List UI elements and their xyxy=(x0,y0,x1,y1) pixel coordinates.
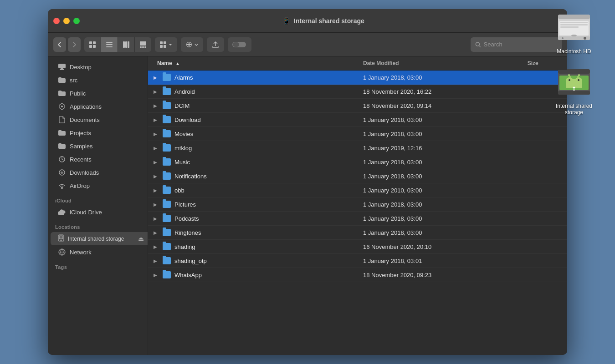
column-date-modified[interactable]: Date Modified xyxy=(358,56,522,71)
svg-rect-60 xyxy=(59,236,63,239)
sidebar-item-desktop-label: Desktop xyxy=(70,64,92,71)
svg-rect-38 xyxy=(160,41,163,44)
sidebar-item-network[interactable]: Network xyxy=(51,246,145,258)
file-table-body: ▶Alarms1 January 2018, 03:00▶Android18 N… xyxy=(148,71,567,282)
file-date-modified: 1 January 2018, 03:00 xyxy=(358,113,522,127)
desktop-icon xyxy=(58,63,66,71)
row-expand-arrow[interactable]: ▶ xyxy=(154,75,159,80)
row-expand-arrow[interactable]: ▶ xyxy=(154,131,159,136)
table-row[interactable]: ▶Podcasts1 January 2018, 03:00 xyxy=(148,212,567,226)
table-row[interactable]: ▶Notifications1 January 2018, 03:00 xyxy=(148,169,567,183)
table-row[interactable]: ▶Movies1 January 2018, 03:00 xyxy=(148,127,567,141)
file-size xyxy=(522,212,567,226)
svg-point-20 xyxy=(568,74,570,76)
row-expand-arrow[interactable]: ▶ xyxy=(154,117,159,122)
row-expand-arrow[interactable]: ▶ xyxy=(154,188,159,193)
row-expand-arrow[interactable]: ▶ xyxy=(154,146,159,151)
table-row[interactable]: ▶DCIM18 November 2020, 09:14 xyxy=(148,99,567,113)
sidebar-item-public[interactable]: Public xyxy=(51,87,145,100)
list-view-button[interactable] xyxy=(101,37,118,52)
svg-rect-40 xyxy=(160,45,163,48)
table-row[interactable]: ▶Ringtones1 January 2018, 03:00 xyxy=(148,226,567,240)
svg-rect-31 xyxy=(123,41,125,48)
file-date-modified: 1 January 2018, 03:01 xyxy=(358,254,522,268)
internal-shared-icon[interactable]: Internal sharedstorage xyxy=(547,64,601,116)
maximize-button[interactable] xyxy=(73,18,80,24)
sidebar-item-icloud-drive[interactable]: iCloud Drive xyxy=(51,206,145,218)
eject-button[interactable]: ⏏ xyxy=(136,235,146,243)
sidebar-item-applications[interactable]: Applications xyxy=(51,100,145,113)
finder-window: 📱 Internal shared storage xyxy=(48,9,567,355)
recents-icon xyxy=(58,155,66,163)
sidebar-item-recents[interactable]: Recents xyxy=(51,153,145,166)
row-expand-arrow[interactable]: ▶ xyxy=(154,103,159,108)
sidebar-item-airdrop[interactable]: AirDrop xyxy=(51,179,145,192)
close-button[interactable] xyxy=(53,18,60,24)
action-button[interactable] xyxy=(181,37,203,52)
svg-rect-30 xyxy=(106,46,113,47)
folder-icon xyxy=(163,130,171,137)
sidebar-item-projects[interactable]: Projects xyxy=(51,126,145,139)
sidebar-item-network-label: Network xyxy=(70,249,92,256)
row-expand-arrow[interactable]: ▶ xyxy=(154,202,159,207)
sidebar-item-src[interactable]: src xyxy=(51,74,145,86)
minimize-button[interactable] xyxy=(63,18,70,24)
row-expand-arrow[interactable]: ▶ xyxy=(154,244,159,249)
row-expand-arrow[interactable]: ▶ xyxy=(154,174,159,179)
file-size xyxy=(522,254,567,268)
svg-point-16 xyxy=(569,79,570,81)
svg-rect-44 xyxy=(189,45,190,47)
sidebar-item-airdrop-label: AirDrop xyxy=(70,182,90,189)
file-date-modified: 1 January 2018, 03:00 xyxy=(358,71,522,85)
svg-point-17 xyxy=(578,79,579,81)
sidebar-item-downloads[interactable]: Downloads xyxy=(51,166,145,179)
svg-rect-26 xyxy=(89,45,92,48)
toolbar xyxy=(48,33,567,56)
table-row[interactable]: ▶Download1 January 2018, 03:00 xyxy=(148,113,567,127)
table-row[interactable]: ▶mtklog1 January 2019, 12:16 xyxy=(148,141,567,155)
icloud-header: iCloud xyxy=(48,192,148,205)
row-expand-arrow[interactable]: ▶ xyxy=(154,89,159,94)
svg-rect-5 xyxy=(560,24,588,25)
row-expand-arrow[interactable]: ▶ xyxy=(154,216,159,221)
back-button[interactable] xyxy=(53,37,66,52)
row-expand-arrow[interactable]: ▶ xyxy=(154,273,159,278)
documents-icon xyxy=(58,116,66,124)
file-name: Ringtones xyxy=(174,229,201,236)
svg-rect-36 xyxy=(142,46,144,48)
svg-point-8 xyxy=(562,37,564,39)
table-row[interactable]: ▶Android18 November 2020, 16:22 xyxy=(148,85,567,99)
file-name: DCIM xyxy=(174,102,190,109)
group-button[interactable] xyxy=(155,37,177,52)
table-row[interactable]: ▶obb1 January 2010, 03:00 xyxy=(148,183,567,197)
forward-button[interactable] xyxy=(68,37,81,52)
tags-button[interactable] xyxy=(228,37,251,52)
row-expand-arrow[interactable]: ▶ xyxy=(154,160,159,165)
table-row[interactable]: ▶Pictures1 January 2018, 03:00 xyxy=(148,197,567,212)
folder-icon-projects xyxy=(58,129,66,137)
table-row[interactable]: ▶shading_otp1 January 2018, 03:01 xyxy=(148,254,567,268)
icon-view-button[interactable] xyxy=(84,37,101,52)
table-row[interactable]: ▶Music1 January 2018, 03:00 xyxy=(148,155,567,169)
sidebar-item-desktop[interactable]: Desktop xyxy=(51,61,145,73)
sidebar-item-applications-label: Applications xyxy=(70,103,102,110)
macintosh-hd-icon[interactable]: Macintosh HD xyxy=(547,9,601,55)
macintosh-hd-label: Macintosh HD xyxy=(557,48,591,55)
row-expand-arrow[interactable]: ▶ xyxy=(154,230,159,235)
column-size[interactable]: Size xyxy=(522,56,567,71)
table-row[interactable]: ▶WhatsApp18 November 2020, 09:23 xyxy=(148,268,567,282)
column-name[interactable]: Name ▲ xyxy=(148,56,358,71)
search-input[interactable] xyxy=(484,41,557,48)
share-button[interactable] xyxy=(207,37,224,52)
sidebar-item-internal-storage[interactable]: Internal shared storage ⏏ xyxy=(51,232,148,245)
gallery-view-button[interactable] xyxy=(135,37,151,52)
file-size xyxy=(522,197,567,212)
table-row[interactable]: ▶shading16 November 2020, 20:10 xyxy=(148,240,567,254)
sidebar-item-documents[interactable]: Documents xyxy=(51,113,145,126)
sidebar-item-samples[interactable]: Samples xyxy=(51,140,145,152)
row-expand-arrow[interactable]: ▶ xyxy=(154,258,159,263)
folder-icon xyxy=(163,74,171,81)
svg-rect-34 xyxy=(140,41,146,46)
table-row[interactable]: ▶Alarms1 January 2018, 03:00 xyxy=(148,71,567,85)
column-view-button[interactable] xyxy=(118,37,135,52)
